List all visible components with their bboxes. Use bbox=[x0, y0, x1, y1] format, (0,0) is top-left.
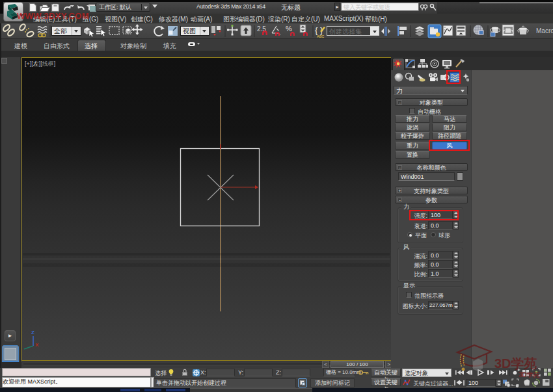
svg-text:ABC: ABC bbox=[317, 34, 324, 38]
svg-text:3D学苑: 3D学苑 bbox=[519, 371, 540, 378]
svg-text:Z: Z bbox=[31, 330, 34, 335]
svg-text:X: X bbox=[35, 342, 39, 348]
svg-text:3D学苑: 3D学苑 bbox=[494, 356, 537, 371]
svg-text:%: % bbox=[286, 25, 292, 33]
svg-text:Macro: Macro bbox=[536, 27, 553, 34]
